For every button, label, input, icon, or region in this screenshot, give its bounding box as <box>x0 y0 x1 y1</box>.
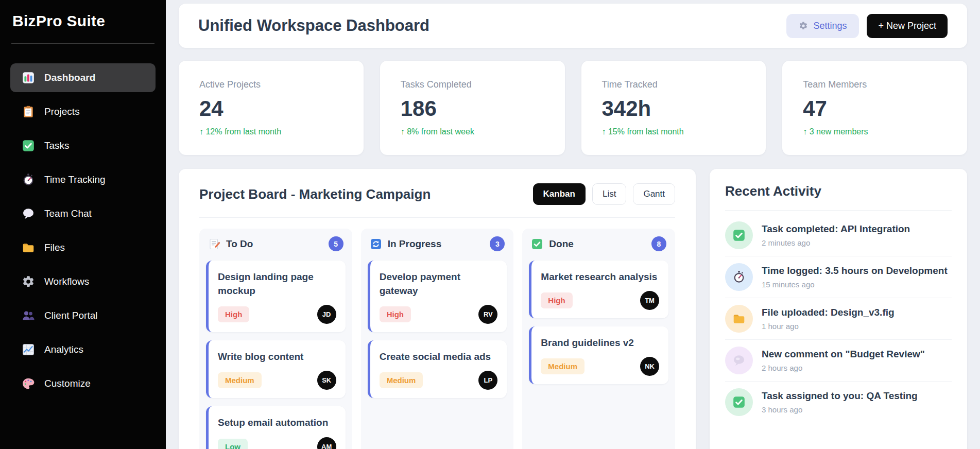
stats-row: Active Projects 24 ↑ 12% from last month… <box>179 61 967 155</box>
new-project-button[interactable]: + New Project <box>867 14 948 38</box>
task-footer: High RV <box>380 305 498 324</box>
sidebar-item-label: Dashboard <box>44 72 95 83</box>
stat-card-active-projects: Active Projects 24 ↑ 12% from last month <box>179 61 364 155</box>
app-brand: BizPro Suite <box>10 12 156 30</box>
avatar: JD <box>317 305 336 324</box>
sidebar-item-label: Customize <box>44 378 91 389</box>
speech-bubble-icon <box>22 207 35 220</box>
task-card[interactable]: Design landing page mockup High JD <box>206 261 346 332</box>
sidebar-item-analytics[interactable]: Analytics <box>10 335 156 364</box>
column-name: To Do <box>226 238 323 250</box>
kanban-columns: To Do 5 Design landing page mockup High … <box>199 229 675 449</box>
bar-chart-icon <box>22 71 35 84</box>
activity-text: Task assigned to you: QA Testing <box>762 390 918 402</box>
sidebar-item-files[interactable]: Files <box>10 233 156 262</box>
activity-item[interactable]: Time logged: 3.5 hours on Development 15… <box>725 256 952 298</box>
activity-text: Task completed: API Integration <box>762 223 910 235</box>
palette-icon <box>22 377 35 390</box>
sidebar-item-customize[interactable]: Customize <box>10 369 156 398</box>
avatar: TM <box>640 291 659 310</box>
sidebar-divider <box>11 43 154 44</box>
memo-icon <box>208 238 220 250</box>
sidebar: BizPro Suite Dashboard Projects Tasks Ti… <box>0 0 166 449</box>
stat-value: 342h <box>602 96 746 121</box>
task-card[interactable]: Brand guidelines v2 Medium NK <box>529 326 668 384</box>
stat-label: Team Members <box>803 79 947 90</box>
task-card[interactable]: Develop payment gateway High RV <box>368 261 507 332</box>
sidebar-item-projects[interactable]: Projects <box>10 97 156 126</box>
avatar: NK <box>640 357 659 376</box>
column-count-badge: 3 <box>490 236 505 251</box>
kanban-column-todo: To Do 5 Design landing page mockup High … <box>199 229 352 449</box>
sidebar-item-workflows[interactable]: Workflows <box>10 267 156 296</box>
sidebar-item-label: Workflows <box>44 276 89 287</box>
sidebar-item-tasks[interactable]: Tasks <box>10 131 156 160</box>
task-card[interactable]: Create social media ads Medium LP <box>368 340 507 398</box>
sync-icon <box>370 238 382 250</box>
sidebar-item-label: Time Tracking <box>44 174 106 185</box>
folder-icon <box>22 241 35 254</box>
priority-badge: High <box>380 306 411 322</box>
activity-item[interactable]: New comment on "Budget Review" 2 hours a… <box>725 340 952 382</box>
line-chart-icon <box>22 343 35 356</box>
activity-body: Task completed: API Integration 2 minute… <box>762 223 910 247</box>
sidebar-item-team-chat[interactable]: Team Chat <box>10 199 156 228</box>
view-button-kanban[interactable]: Kanban <box>533 183 586 205</box>
stat-delta: ↑ 15% from last month <box>602 127 746 136</box>
view-switcher: Kanban List Gantt <box>533 183 675 205</box>
sidebar-item-label: Analytics <box>44 344 83 355</box>
activity-time: 15 minutes ago <box>762 280 948 289</box>
check-square-icon <box>725 388 753 416</box>
task-card[interactable]: Setup email automation Low AM <box>206 406 346 449</box>
activity-body: Time logged: 3.5 hours on Development 15… <box>762 265 948 289</box>
gear-icon <box>799 21 808 30</box>
activity-item[interactable]: Task completed: API Integration 2 minute… <box>725 215 952 256</box>
activity-item[interactable]: Task assigned to you: QA Testing 3 hours… <box>725 382 952 423</box>
body-row: Project Board - Marketing Campaign Kanba… <box>179 169 967 449</box>
column-name: In Progress <box>388 238 485 250</box>
activity-body: Task assigned to you: QA Testing 3 hours… <box>762 390 918 414</box>
stat-value: 186 <box>401 96 544 121</box>
activity-divider <box>725 210 952 211</box>
sidebar-item-label: Projects <box>44 106 80 117</box>
stat-card-tasks-completed: Tasks Completed 186 ↑ 8% from last week <box>380 61 565 155</box>
page-header: Unified Workspace Dashboard Settings + N… <box>179 4 967 48</box>
clipboard-icon <box>22 105 35 118</box>
sidebar-item-label: Tasks <box>44 140 70 151</box>
recent-activity-panel: Recent Activity Task completed: API Inte… <box>710 169 967 449</box>
task-card[interactable]: Write blog content Medium SK <box>206 340 346 398</box>
task-title: Brand guidelines v2 <box>541 336 659 350</box>
column-count-badge: 8 <box>651 236 666 251</box>
priority-badge: Low <box>218 439 248 449</box>
priority-badge: High <box>218 306 249 322</box>
sidebar-item-time-tracking[interactable]: Time Tracking <box>10 165 156 194</box>
column-header: In Progress 3 <box>368 236 507 251</box>
check-square-icon <box>22 139 35 152</box>
speech-bubble-icon <box>725 347 753 374</box>
task-title: Write blog content <box>218 350 336 364</box>
avatar: SK <box>317 371 336 390</box>
activity-body: New comment on "Budget Review" 2 hours a… <box>762 349 925 372</box>
avatar: RV <box>478 305 497 324</box>
settings-button[interactable]: Settings <box>786 14 859 38</box>
activity-body: File uploaded: Design_v3.fig 1 hour ago <box>762 307 895 331</box>
settings-button-label: Settings <box>813 21 847 31</box>
column-header: Done 8 <box>529 236 668 251</box>
view-button-list[interactable]: List <box>592 183 626 205</box>
task-title: Create social media ads <box>380 350 498 364</box>
activity-text: File uploaded: Design_v3.fig <box>762 307 895 318</box>
people-icon <box>22 309 35 322</box>
stat-delta: ↑ 8% from last week <box>401 127 544 136</box>
stat-label: Tasks Completed <box>401 79 544 90</box>
activity-time: 2 hours ago <box>762 364 925 372</box>
priority-badge: Medium <box>380 372 423 388</box>
sidebar-item-label: Team Chat <box>44 208 92 219</box>
sidebar-item-dashboard[interactable]: Dashboard <box>10 63 156 92</box>
task-footer: High TM <box>541 291 659 310</box>
task-card[interactable]: Market research analysis High TM <box>529 261 668 318</box>
column-count-badge: 5 <box>329 236 343 251</box>
sidebar-item-client-portal[interactable]: Client Portal <box>10 301 156 330</box>
header-actions: Settings + New Project <box>786 14 948 38</box>
activity-item[interactable]: File uploaded: Design_v3.fig 1 hour ago <box>725 298 952 340</box>
view-button-gantt[interactable]: Gantt <box>633 183 675 205</box>
